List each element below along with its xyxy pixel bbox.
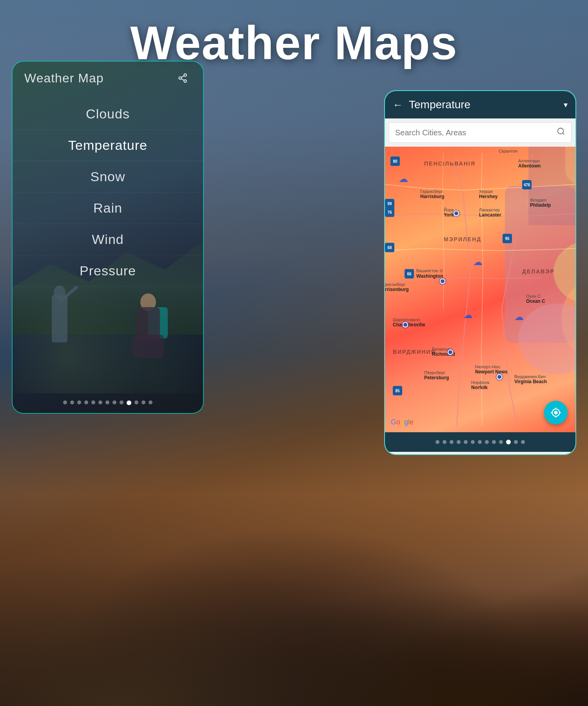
page-dots-right <box>385 432 575 452</box>
person2-legs <box>132 335 164 358</box>
map-cloud-1: ☁ <box>399 173 408 184</box>
map-dot-11-active <box>506 440 511 444</box>
search-bar <box>389 122 572 143</box>
svg-point-5 <box>558 128 564 134</box>
label-norfolk: Норфолк Norfolk <box>471 380 489 390</box>
phone-left-screen: Weather Map Clouds Temperature Snow Rain… <box>12 61 204 414</box>
highway-95: 95 <box>503 234 512 243</box>
dot-10-active <box>127 400 131 405</box>
dot-4 <box>84 400 88 404</box>
dot-5 <box>91 400 95 404</box>
svg-point-2 <box>184 80 187 82</box>
menu-header: Weather Map <box>13 62 203 95</box>
temperature-map[interactable]: ПЕНСІЛЬВАНІЯ Скрантон Аллентаун Allentow… <box>385 147 575 432</box>
label-lancaster: Ланкастер Lancaster <box>479 207 501 218</box>
dot-3 <box>77 400 81 404</box>
menu-item-pressure[interactable]: Pressure <box>13 255 203 287</box>
map-dot-7 <box>478 440 482 444</box>
map-dot-3 <box>450 440 454 444</box>
dot-8 <box>113 400 116 404</box>
label-charlottesville: Шарлотсвилл Charlottesville <box>393 317 425 328</box>
menu-item-clouds[interactable]: Clouds <box>13 98 203 130</box>
menu-item-temperature[interactable]: Temperature <box>13 130 203 161</box>
map-cloud-4: ☁ <box>514 311 524 322</box>
highway-85: 85 <box>393 386 402 395</box>
dot-13 <box>149 400 152 404</box>
label-newport-news: Нюпорт-Нюс Newport News <box>475 364 508 375</box>
location-dot-york <box>454 211 459 216</box>
location-dot-charlottesville <box>403 322 408 328</box>
svg-point-1 <box>179 77 181 80</box>
search-input[interactable] <box>395 128 553 137</box>
location-dot-norfolk <box>497 374 502 380</box>
map-dot-9 <box>492 440 496 444</box>
map-dot-1 <box>436 440 439 444</box>
phone-right-screen: ← Temperature ▾ <box>384 90 576 455</box>
map-dot-5 <box>464 440 468 444</box>
dot-11 <box>134 400 138 404</box>
page-dots-left <box>13 400 203 405</box>
label-hershey: Херши Hershey <box>479 189 497 199</box>
highway-66: 66 <box>405 269 414 278</box>
map-dot-2 <box>443 440 446 444</box>
highway-68: 68 <box>385 243 394 252</box>
label-allentown: Аллентаун Allentown <box>518 158 541 169</box>
bg-rocks <box>0 494 588 706</box>
dot-12 <box>142 400 145 404</box>
my-location-button[interactable] <box>544 401 568 424</box>
svg-point-0 <box>184 74 187 76</box>
back-button[interactable]: ← <box>393 99 403 111</box>
map-header: ← Temperature ▾ <box>385 91 575 118</box>
menu-list: Clouds Temperature Snow Rain Wind Pressu… <box>13 95 203 291</box>
dot-1 <box>63 400 67 404</box>
map-dot-12 <box>514 440 518 444</box>
highway-99: 99 <box>385 199 394 208</box>
dot-6 <box>98 400 102 404</box>
map-dot-4 <box>457 440 461 444</box>
map-dot-6 <box>471 440 475 444</box>
region-pennsylvania-ru: ПЕНСІЛЬВАНІЯ <box>424 160 475 167</box>
menu-item-rain[interactable]: Rain <box>13 193 203 224</box>
label-harrisonburg: рисонберг rrisonburg <box>385 282 409 292</box>
svg-line-4 <box>181 76 184 77</box>
svg-line-6 <box>563 133 564 135</box>
region-delaware-ru: ДЕЛАВЭР <box>522 268 555 275</box>
dot-9 <box>120 400 123 404</box>
label-philadelphia: Філадел Philadelp <box>530 198 551 208</box>
dot-7 <box>105 400 109 404</box>
label-ocean-city: Оуен С Ocean C <box>526 294 545 304</box>
label-scranton: Скрантон <box>499 149 517 153</box>
map-dot-13 <box>521 440 525 444</box>
dot-2 <box>70 400 74 404</box>
region-maryland-ru: МЭРИЛЕНД <box>444 236 481 242</box>
menu-title: Weather Map <box>24 71 104 86</box>
google-logo: Google <box>391 418 414 426</box>
location-dot-washington <box>440 278 445 284</box>
dropdown-button[interactable]: ▾ <box>564 100 568 109</box>
menu-item-snow[interactable]: Snow <box>13 161 203 193</box>
map-screen-title: Temperature <box>409 98 558 111</box>
map-dot-10 <box>499 440 503 444</box>
label-petersburg: Піtерсберг Petersburg <box>424 370 449 380</box>
map-dot-8 <box>485 440 489 444</box>
label-york: Йорк York <box>444 207 454 218</box>
highway-476: 476 <box>522 180 532 189</box>
menu-item-wind[interactable]: Wind <box>13 224 203 255</box>
svg-line-3 <box>181 79 184 80</box>
label-harrisburg: Гаррисберг Harrisburg <box>420 189 444 199</box>
map-cloud-2: ☁ <box>473 257 483 267</box>
location-dot-richmond <box>448 349 453 355</box>
search-icon[interactable] <box>557 127 565 138</box>
region-virginia-ru: ВИРДЖИНИЯ <box>393 349 436 355</box>
share-button[interactable] <box>174 69 191 87</box>
person1-body <box>52 295 67 342</box>
label-virginia-beach: Верджиния-Бич Virginia Beach <box>514 374 547 384</box>
highway-80: 80 <box>390 156 400 166</box>
highway-76: 76 <box>385 207 394 217</box>
label-washington: Вашингтон ⊙ Washington <box>416 268 443 279</box>
map-cloud-3: ☁ <box>463 309 473 320</box>
